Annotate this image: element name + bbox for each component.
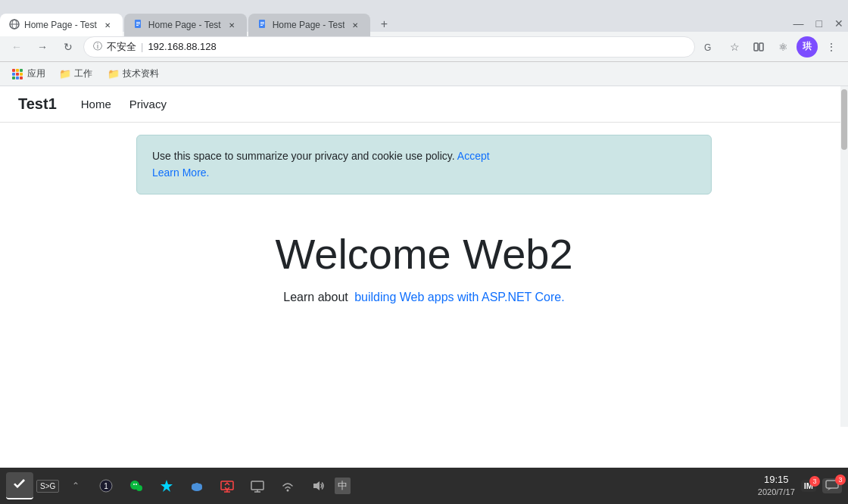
site-brand: Test1 — [18, 95, 57, 113]
translate-button[interactable]: G — [700, 36, 721, 58]
taskbar-chat-container: 3 — [822, 478, 842, 493]
taskbar-vscode[interactable] — [6, 472, 33, 499]
svg-point-18 — [133, 484, 135, 485]
extensions-button[interactable]: ⚛ — [772, 36, 793, 58]
menu-button[interactable]: ⋮ — [821, 36, 842, 58]
folder-label-tech: 技术资料 — [123, 67, 159, 80]
svg-point-19 — [136, 484, 137, 485]
apps-grid-icon — [12, 69, 23, 79]
taskbar-im-container: IM 3 — [801, 480, 816, 492]
svg-point-17 — [136, 485, 142, 491]
reload-button[interactable]: ↻ — [58, 36, 79, 58]
back-button[interactable]: ← — [6, 36, 27, 58]
scrollbar-thumb[interactable] — [841, 89, 847, 150]
cookie-text: Use this space to summarize your privacy… — [152, 150, 455, 162]
svg-marker-20 — [161, 480, 173, 492]
browser-chrome: Home Page - Test ✕ Home Page - Test ✕ Ho… — [0, 0, 848, 86]
url-text: 192.168.88.128 — [148, 41, 685, 52]
svg-rect-6 — [136, 25, 139, 26]
taskbar-chat-badge: 3 — [835, 474, 846, 485]
learn-more-link[interactable]: Accept — [457, 150, 490, 162]
taskbar-wifi[interactable] — [274, 472, 301, 499]
apps-label: 应用 — [27, 67, 45, 80]
svg-text:1: 1 — [104, 482, 109, 490]
learn-paragraph: Learn about building Web apps with ASP.N… — [15, 291, 833, 304]
learn-more-link2[interactable]: Learn More. — [152, 166, 209, 179]
bookmarks-bar: 应用 📁 工作 📁 技术资料 — [0, 62, 848, 86]
toolbar-icons: G ☆ ⚛ 珙 ⋮ — [700, 36, 842, 58]
svg-rect-13 — [759, 43, 763, 51]
close-button[interactable]: ✕ — [830, 17, 848, 30]
tab-1[interactable]: Home Page - Test ✕ — [0, 14, 123, 36]
taskbar-display[interactable] — [244, 472, 271, 499]
taskbar-cloud[interactable] — [183, 472, 210, 499]
svg-marker-32 — [313, 481, 320, 490]
tab-2-close[interactable]: ✕ — [226, 19, 238, 31]
site-navbar: Test1 Home Privacy — [0, 86, 848, 123]
tab-2[interactable]: Home Page - Test ✕ — [124, 14, 247, 36]
taskbar-volume[interactable] — [304, 472, 332, 499]
address-bar[interactable]: ⓘ 不安全 | 192.168.88.128 — [83, 36, 695, 58]
svg-rect-10 — [260, 25, 263, 26]
url-separator: | — [141, 41, 143, 52]
taskbar-chevron-up[interactable]: ⌃ — [62, 472, 89, 499]
tab-favicon-3 — [257, 19, 268, 32]
address-row: ← → ↻ ⓘ 不安全 | 192.168.88.128 G ☆ ⚛ 珙 ⋮ — [0, 32, 848, 62]
tab-favicon-2 — [133, 19, 144, 32]
bookmark-button[interactable]: ☆ — [724, 36, 745, 58]
welcome-heading: Welcome Web2 — [15, 229, 833, 278]
svg-rect-28 — [251, 481, 263, 490]
bookmark-folder-work[interactable]: 📁 工作 — [53, 64, 98, 83]
svg-rect-8 — [260, 22, 264, 23]
tab-favicon-1 — [9, 19, 20, 32]
taskbar-password[interactable]: 1 — [92, 472, 120, 499]
security-icon: ⓘ — [93, 40, 102, 53]
svg-rect-4 — [136, 22, 140, 23]
svg-rect-9 — [260, 23, 264, 24]
cookie-banner: Use this space to summarize your privacy… — [136, 135, 712, 194]
taskbar-time[interactable]: 19:15 2020/7/17 — [758, 474, 795, 497]
aspnet-link[interactable]: building Web apps with ASP.NET Core. — [354, 291, 565, 303]
taskbar-ime[interactable]: 中 — [335, 478, 351, 494]
svg-point-31 — [287, 490, 289, 492]
folder-icon-work: 📁 — [59, 68, 71, 79]
learn-text-static: Learn about — [283, 291, 348, 303]
taskbar-notification-area: 19:15 2020/7/17 IM 3 3 — [758, 474, 842, 497]
scrollbar[interactable] — [840, 86, 848, 427]
bookmark-folder-tech[interactable]: 📁 技术资料 — [101, 64, 165, 83]
window-controls: — □ ✕ — [789, 17, 848, 30]
forward-button[interactable]: → — [32, 36, 53, 58]
reader-mode-button[interactable] — [748, 36, 769, 58]
taskbar-im-badge: 3 — [809, 476, 820, 487]
taskbar-wechat[interactable] — [123, 472, 150, 499]
minimize-button[interactable]: — — [789, 17, 809, 30]
security-text: 不安全 — [107, 40, 136, 54]
tab-3-label: Home Page - Test — [273, 20, 345, 30]
folder-label-work: 工作 — [74, 67, 92, 80]
profile-button[interactable]: 珙 — [797, 36, 818, 58]
svg-rect-12 — [754, 43, 758, 51]
maximize-button[interactable]: □ — [812, 17, 827, 30]
tab-1-label: Home Page - Test — [24, 20, 97, 30]
taskbar: S>G ⌃ 1 中 19:15 2020/7/17 — [0, 468, 848, 504]
taskbar-date: 2020/7/17 — [758, 487, 795, 497]
site-main: Welcome Web2 Learn about building Web ap… — [0, 207, 848, 319]
svg-rect-5 — [136, 23, 140, 24]
taskbar-clock: 19:15 — [758, 474, 795, 487]
tabs-row: Home Page - Test ✕ Home Page - Test ✕ Ho… — [0, 0, 848, 32]
apps-shortcut[interactable]: 应用 — [8, 64, 50, 83]
web-content: Test1 Home Privacy Use this space to sum… — [0, 86, 848, 472]
tab-3-close[interactable]: ✕ — [349, 19, 361, 31]
tab-3[interactable]: Home Page - Test ✕ — [248, 14, 371, 36]
folder-icon-tech: 📁 — [108, 68, 120, 79]
nav-link-privacy[interactable]: Privacy — [129, 98, 167, 110]
tab-1-close[interactable]: ✕ — [101, 19, 114, 31]
tab-2-label: Home Page - Test — [148, 20, 221, 30]
taskbar-todo[interactable] — [153, 472, 180, 499]
svg-point-24 — [195, 483, 199, 487]
taskbar-sxg[interactable]: S>G — [36, 480, 59, 493]
svg-text:G: G — [704, 42, 711, 53]
taskbar-screen[interactable] — [214, 472, 241, 499]
nav-link-home[interactable]: Home — [81, 98, 111, 110]
